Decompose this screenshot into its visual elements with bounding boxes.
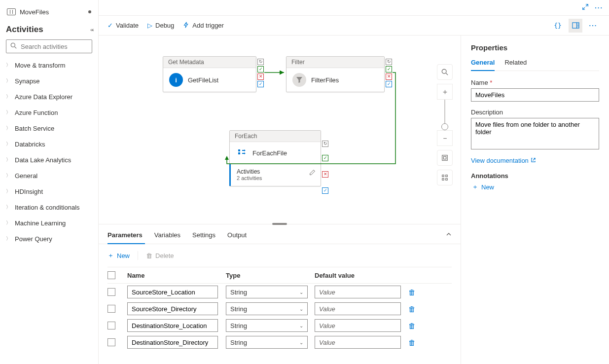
chevron-right-icon: 〉 [6,156,11,163]
pipeline-icon [7,8,16,15]
zoom-slider[interactable] [444,100,445,130]
node-filter[interactable]: Filter FilterFiles ↻ ✓ ✕ ✓ [286,56,385,92]
chevron-right-icon: 〉 [6,62,11,69]
param-default-input[interactable] [315,319,401,332]
param-name-input[interactable] [127,336,218,349]
trash-icon[interactable]: 🗑 [408,338,416,347]
add-trigger-button[interactable]: Add trigger [183,22,224,30]
fit-to-screen-button[interactable] [437,150,453,166]
main-area: ··· ✓ Validate ▷ Debug Add trigger {} [99,0,609,364]
port-completion-icon[interactable]: ✓ [322,187,328,194]
chevron-right-icon: 〉 [6,235,11,242]
activity-category[interactable]: 〉Azure Data Explorer [6,89,92,105]
doc-link-label: View documentation [471,157,529,164]
name-input[interactable] [471,88,599,102]
expand-icon[interactable] [582,3,589,12]
zoom-out-button[interactable]: － [437,130,453,146]
pipeline-canvas[interactable]: Get Metadata i GetFileList ↻ ✓ ✕ ✓ [99,36,461,224]
tab-variables[interactable]: Variables [154,231,180,244]
row-checkbox[interactable] [107,305,115,313]
activity-category[interactable]: 〉Databricks [6,136,92,152]
port-fail-icon[interactable]: ✕ [322,171,328,178]
search-activities[interactable] [6,39,92,53]
pencil-icon[interactable] [309,169,316,177]
json-code-button[interactable]: {} [551,19,565,33]
activity-category[interactable]: 〉Machine Learning [6,215,92,231]
validate-button[interactable]: ✓ Validate [107,22,139,29]
zoom-thumb[interactable] [441,123,448,130]
chevron-down-icon: ⌄ [299,323,303,328]
node-foreach[interactable]: ForEach ForEachFile Activities 2 activit… [229,130,321,186]
param-type-select[interactable]: String⌄ [226,286,308,298]
activity-category[interactable]: 〉Power Query [6,231,92,247]
tab-related[interactable]: Related [504,59,527,71]
debug-button[interactable]: ▷ Debug [147,22,174,29]
trash-icon[interactable]: 🗑 [408,288,416,296]
port-skip-icon[interactable]: ↻ [322,141,328,147]
activity-category[interactable]: 〉General [6,168,92,183]
param-name-input[interactable] [127,286,218,298]
activity-category[interactable]: 〉Move & transform [6,57,92,73]
svg-rect-15 [442,179,444,181]
auto-align-button[interactable] [437,170,453,185]
delete-parameter-button[interactable]: 🗑 Delete [146,252,174,259]
tab-parameters[interactable]: Parameters [107,231,143,244]
port-fail-icon[interactable]: ✕ [386,73,392,80]
activity-category[interactable]: 〉Batch Service [6,120,92,136]
more-icon[interactable]: ··· [595,4,603,11]
row-checkbox[interactable] [107,288,115,296]
port-skip-icon[interactable]: ↻ [386,59,392,65]
view-documentation-link[interactable]: View documentation [471,157,536,164]
node-get-metadata[interactable]: Get Metadata i GetFileList ↻ ✓ ✕ ✓ [163,56,256,92]
port-skip-icon[interactable]: ↻ [257,59,264,65]
chevron-right-icon: 〉 [6,188,11,195]
tab-settings[interactable]: Settings [192,231,215,244]
foreach-activities-section[interactable]: Activities 2 activities [229,164,321,186]
node-type-label: Get Metadata [163,57,256,68]
activity-category[interactable]: 〉Data Lake Analytics [6,152,92,168]
toolbar-more-icon[interactable]: ··· [586,19,600,33]
param-default-input[interactable] [315,302,401,315]
search-tool-button[interactable] [437,64,453,80]
zoom-in-button[interactable]: ＋ [437,84,453,100]
param-name-input[interactable] [127,302,218,315]
new-parameter-button[interactable]: ＋ New [107,251,130,260]
row-checkbox[interactable] [107,322,115,329]
trash-icon[interactable]: 🗑 [408,305,416,313]
search-icon [10,42,17,50]
param-name-input[interactable] [127,319,218,332]
param-default-input[interactable] [315,336,401,349]
description-input[interactable] [471,118,599,149]
properties-toggle-button[interactable] [569,19,582,33]
port-success-icon[interactable]: ✓ [257,66,264,73]
port-completion-icon[interactable]: ✓ [257,81,264,87]
tab-output[interactable]: Output [227,231,247,244]
activity-category[interactable]: 〉Synapse [6,73,92,89]
param-type-select[interactable]: String⌄ [226,319,308,332]
new-annotation-button[interactable]: ＋ New [471,182,599,191]
trash-icon[interactable]: 🗑 [408,322,416,330]
node-type-label: ForEach [230,131,321,142]
port-success-icon[interactable]: ✓ [322,155,328,161]
collapse-panel-icon[interactable] [446,231,452,244]
pipeline-tab[interactable]: MoveFiles [6,4,92,20]
category-label: Power Query [15,235,52,243]
port-success-icon[interactable]: ✓ [386,66,392,73]
param-type-select[interactable]: String⌄ [226,302,308,315]
activity-category[interactable]: 〉Azure Function [6,105,92,120]
search-input[interactable] [20,42,105,51]
port-completion-icon[interactable]: ✓ [386,81,392,87]
port-fail-icon[interactable]: ✕ [257,73,264,80]
tab-general[interactable]: General [471,59,495,71]
select-all-checkbox[interactable] [107,271,115,279]
plus-icon: ＋ [472,182,478,191]
activity-category[interactable]: 〉HDInsight [6,183,92,199]
category-label: Iteration & conditionals [15,204,80,211]
param-type-select[interactable]: String⌄ [226,336,308,349]
param-default-input[interactable] [315,286,401,298]
activity-category[interactable]: 〉Iteration & conditionals [6,199,92,215]
name-label: Name * [471,79,599,86]
collapse-activities-icon[interactable]: «‹ [90,27,92,33]
row-checkbox[interactable] [107,338,115,346]
category-label: Machine Learning [15,219,66,227]
